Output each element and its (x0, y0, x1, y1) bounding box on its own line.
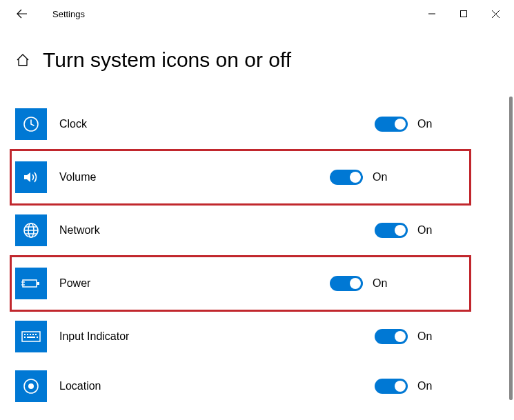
location-icon (15, 370, 47, 402)
svg-rect-10 (23, 280, 37, 287)
toggle-knob (395, 225, 406, 236)
svg-rect-1 (461, 11, 467, 17)
back-button[interactable] (12, 4, 32, 23)
svg-rect-15 (24, 334, 26, 335)
svg-rect-16 (27, 334, 28, 335)
svg-rect-18 (32, 334, 34, 335)
toggle-knob (350, 172, 361, 183)
toggle-knob (395, 119, 406, 130)
toggle-network[interactable] (375, 223, 408, 238)
scrollbar[interactable] (509, 97, 513, 400)
volume-icon (15, 161, 47, 193)
toggle-power[interactable] (330, 276, 363, 291)
system-icons-list: ClockOnVolumeOnNetworkOnPowerOnInput Ind… (0, 72, 514, 411)
row-keyboard: Input IndicatorOn (15, 314, 514, 359)
list-item: PowerOn (10, 255, 471, 312)
list-item: ClockOn (15, 99, 514, 149)
window-controls (416, 3, 511, 25)
toggle-state-label: On (373, 277, 393, 290)
toggle-knob (350, 278, 361, 289)
toggle-state-label: On (417, 118, 438, 130)
svg-rect-20 (24, 337, 26, 338)
item-label: Volume (59, 171, 96, 183)
home-icon (15, 52, 30, 68)
toggle-group: On (330, 170, 393, 185)
list-item: Input IndicatorOn (15, 312, 514, 361)
toggle-group: On (375, 223, 438, 238)
row-volume: VolumeOn (15, 155, 469, 199)
svg-rect-21 (27, 337, 35, 338)
row-network: NetworkOn (15, 208, 514, 252)
toggle-group: On (375, 117, 438, 132)
close-icon (492, 10, 500, 18)
titlebar: Settings (0, 0, 514, 28)
toggle-keyboard[interactable] (375, 329, 408, 344)
svg-point-24 (28, 383, 34, 389)
svg-rect-19 (35, 334, 37, 335)
toggle-group: On (375, 329, 438, 344)
item-label: Input Indicator (59, 330, 129, 343)
svg-rect-22 (37, 337, 38, 338)
page-title: Turn system icons on or off (43, 48, 291, 72)
toggle-state-label: On (417, 330, 438, 343)
page-header: Turn system icons on or off (0, 28, 514, 72)
close-button[interactable] (480, 3, 511, 25)
item-label: Network (59, 224, 100, 237)
clock-icon (15, 108, 47, 140)
arrow-left-icon (17, 8, 28, 19)
maximize-button[interactable] (448, 3, 480, 25)
svg-rect-11 (37, 282, 39, 285)
toggle-state-label: On (417, 224, 438, 237)
row-clock: ClockOn (15, 102, 514, 146)
item-label: Location (59, 380, 101, 392)
toggle-volume[interactable] (330, 170, 363, 185)
toggle-state-label: On (417, 380, 438, 392)
toggle-state-label: On (373, 171, 393, 183)
minimize-icon (428, 10, 435, 17)
item-label: Power (59, 277, 90, 290)
app-title: Settings (52, 9, 85, 19)
list-item: NetworkOn (15, 206, 514, 255)
row-power: PowerOn (15, 261, 469, 306)
toggle-group: On (375, 379, 438, 394)
home-button[interactable] (15, 52, 30, 68)
row-location: LocationOn (15, 364, 514, 408)
toggle-location[interactable] (375, 379, 408, 394)
svg-rect-17 (30, 334, 31, 335)
list-item: VolumeOn (10, 149, 471, 206)
maximize-icon (460, 10, 467, 17)
toggle-knob (395, 381, 406, 392)
network-icon (15, 214, 47, 246)
item-label: Clock (59, 118, 87, 130)
toggle-clock[interactable] (375, 117, 408, 132)
toggle-knob (395, 331, 406, 342)
toggle-group: On (330, 276, 393, 291)
list-item: LocationOn (15, 361, 514, 411)
keyboard-icon (15, 321, 47, 352)
minimize-button[interactable] (416, 3, 448, 25)
power-icon (15, 268, 47, 299)
